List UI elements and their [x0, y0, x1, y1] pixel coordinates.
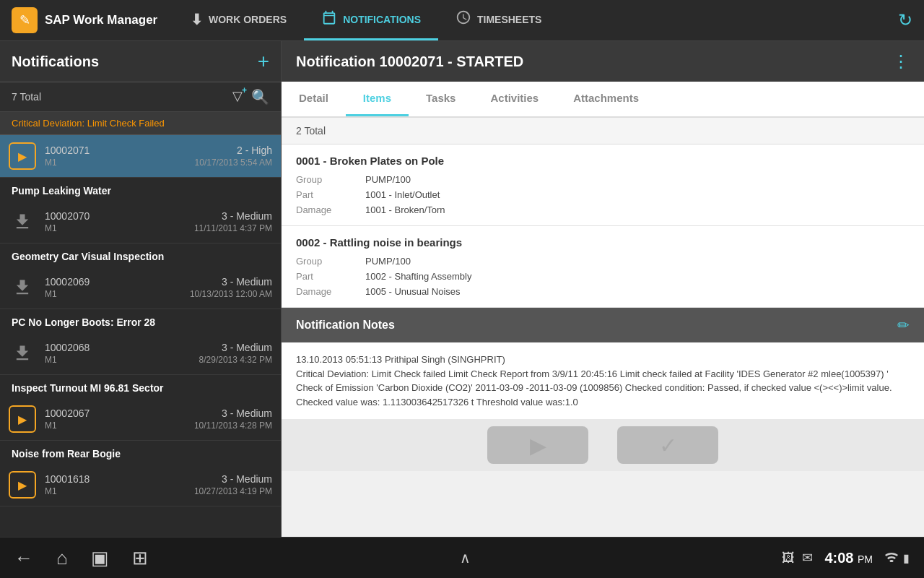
notification-date: 10/13/2013 12:00 AM — [190, 289, 272, 299]
play-button[interactable]: ▶ — [9, 405, 36, 433]
notification-priority: 3 - Medium — [222, 342, 272, 353]
timesheets-icon — [456, 9, 471, 29]
refresh-icon[interactable]: ↻ — [898, 10, 912, 30]
part-label: Part — [296, 271, 354, 282]
recents-icon[interactable]: ▣ — [91, 547, 109, 569]
list-item[interactable]: ▶ 10002067 3 - Medium M1 10/11/2013 4:28… — [0, 398, 281, 441]
confirm-action-button[interactable]: ✓ — [617, 426, 718, 464]
tab-items[interactable]: Items — [346, 82, 409, 116]
notes-header: Notification Notes ✏ — [282, 308, 924, 342]
item-title: 0002 - Rattling noise in bearings — [296, 236, 910, 249]
notification-date: 11/11/2011 4:37 PM — [194, 223, 272, 233]
more-options-icon[interactable]: ⋮ — [892, 51, 910, 72]
play-action-icon: ▶ — [530, 433, 546, 458]
main-layout: Notifications + 7 Total ▽+ 🔍 Critical De… — [0, 41, 924, 537]
tab-timesheets[interactable]: TIMESHEETS — [438, 0, 559, 40]
image-icon: 🖼 — [782, 551, 795, 566]
sidebar-title: Notifications — [12, 53, 99, 70]
notification-date: 8/29/2013 4:32 PM — [199, 355, 272, 365]
content-scroll: 2 Total 0001 - Broken Plates on Pole Gro… — [282, 118, 924, 537]
download-icon — [9, 208, 36, 236]
sidebar-total: 7 Total — [12, 91, 41, 103]
play-action-button[interactable]: ▶ — [487, 426, 588, 464]
app-logo: ✎ SAP Work Manager — [0, 7, 173, 33]
content-area: Notification 10002071 - STARTED ⋮ Detail… — [282, 41, 924, 537]
tab-notifications[interactable]: NOTIFICATIONS — [304, 0, 438, 40]
notification-priority: 3 - Medium — [222, 276, 272, 288]
list-item[interactable]: 10002069 3 - Medium M1 10/13/2013 12:00 … — [0, 267, 281, 309]
notification-date: 10/17/2013 5:54 AM — [195, 158, 272, 168]
damage-value: 1005 - Unusual Noises — [365, 286, 910, 297]
tab-notifications-label: NOTIFICATIONS — [343, 14, 421, 25]
tab-work-orders[interactable]: ⬇ WORK ORDERS — [173, 0, 304, 40]
notification-details: 10002071 2 - High M1 10/17/2013 5:54 AM — [45, 144, 272, 168]
notes-body: 13.10.2013 05:51:13 Prithipal Singh (SIN… — [282, 342, 924, 419]
play-button[interactable]: ▶ — [9, 471, 36, 499]
content-header: Notification 10002071 - STARTED ⋮ — [282, 41, 924, 82]
home-icon[interactable]: ⌂ — [56, 547, 68, 569]
check-action-icon: ✓ — [659, 433, 677, 458]
list-item[interactable]: ▶ 10001618 3 - Medium M1 10/27/2013 4:19… — [0, 464, 281, 506]
play-triangle-icon: ▶ — [18, 413, 27, 426]
download-icon — [9, 274, 36, 301]
notification-id: 10002070 — [45, 210, 90, 222]
notifications-list: Critical Deviation: Limit Check Failed ▶… — [0, 112, 281, 537]
notification-id: 10002071 — [45, 144, 90, 156]
group-value: PUMP/100 — [365, 256, 910, 267]
part-value: 1002 - Shafting Assembly — [365, 271, 910, 282]
list-item[interactable]: 10002070 3 - Medium M1 11/11/2011 4:37 P… — [0, 201, 281, 243]
bottom-nav-icons: ← ⌂ ▣ ⊞ — [14, 547, 148, 569]
download-icon — [9, 340, 36, 367]
notification-location: M1 — [45, 355, 57, 365]
grid-icon[interactable]: ⊞ — [132, 547, 148, 569]
notification-id: 10002068 — [45, 342, 90, 353]
notes-text: 13.10.2013 05:51:13 Prithipal Singh (SIN… — [296, 354, 892, 407]
top-navigation: ✎ SAP Work Manager ⬇ WORK ORDERS NOTIFIC… — [0, 0, 924, 41]
search-icon[interactable]: 🔍 — [251, 88, 269, 105]
notification-date: 10/27/2013 4:19 PM — [194, 486, 272, 496]
bottom-actions: ▶ ✓ — [282, 419, 924, 471]
bottom-navigation: ← ⌂ ▣ ⊞ ∧ 🖼 ✉ 4:08 PM ▮ — [0, 537, 924, 578]
notification-date: 10/11/2013 4:28 PM — [194, 420, 272, 431]
notes-edit-icon[interactable]: ✏ — [897, 316, 910, 334]
tab-tasks[interactable]: Tasks — [409, 82, 473, 116]
item-card: 0001 - Broken Plates on Pole Group PUMP/… — [282, 144, 924, 226]
wifi-icon — [884, 551, 899, 565]
part-value: 1001 - Inlet/Outlet — [365, 189, 910, 200]
group-title: Inspect Turnout MI 96.81 Sector — [0, 375, 281, 398]
tab-detail[interactable]: Detail — [282, 82, 346, 116]
play-button[interactable]: ▶ — [9, 142, 36, 170]
content-title: Notification 10002071 - STARTED — [296, 53, 523, 70]
sidebar-add-button[interactable]: + — [258, 50, 269, 73]
notification-location: M1 — [45, 158, 57, 168]
notification-id: 10001618 — [45, 473, 90, 485]
chevron-up-icon[interactable]: ∧ — [460, 549, 471, 566]
play-triangle-icon: ▶ — [18, 150, 27, 163]
list-item[interactable]: 10002068 3 - Medium M1 8/29/2013 4:32 PM — [0, 332, 281, 375]
logo-icon: ✎ — [12, 7, 38, 33]
play-triangle-icon: ▶ — [18, 478, 27, 492]
item-fields: Group PUMP/100 Part 1002 - Shafting Asse… — [296, 256, 910, 297]
notification-id: 10002067 — [45, 407, 90, 419]
filter-icon[interactable]: ▽+ — [232, 88, 243, 105]
bottom-nav-right: 🖼 ✉ 4:08 PM ▮ — [782, 550, 910, 566]
notification-details: 10001618 3 - Medium M1 10/27/2013 4:19 P… — [45, 473, 272, 496]
sidebar-toolbar-icons: ▽+ 🔍 — [232, 88, 269, 105]
sidebar-header: Notifications + — [0, 41, 281, 82]
group-title: Geometry Car Visual Inspection — [0, 243, 281, 267]
notification-location: M1 — [45, 420, 57, 431]
notification-priority: 2 - High — [237, 144, 272, 156]
notification-priority: 3 - Medium — [222, 473, 272, 485]
tab-activities[interactable]: Activities — [473, 82, 556, 116]
damage-label: Damage — [296, 204, 354, 215]
notifications-icon — [321, 9, 337, 29]
item-fields: Group PUMP/100 Part 1001 - Inlet/Outlet … — [296, 174, 910, 215]
notification-location: M1 — [45, 289, 57, 299]
list-item[interactable]: ▶ 10002071 2 - High M1 10/17/2013 5:54 A… — [0, 135, 281, 178]
app-name: SAP Work Manager — [45, 13, 157, 27]
tab-attachments[interactable]: Attachments — [556, 82, 656, 116]
part-label: Part — [296, 189, 354, 200]
group-title: PC No Longer Boots: Error 28 — [0, 309, 281, 332]
system-icons: 🖼 ✉ — [782, 550, 813, 566]
back-icon[interactable]: ← — [14, 547, 33, 569]
